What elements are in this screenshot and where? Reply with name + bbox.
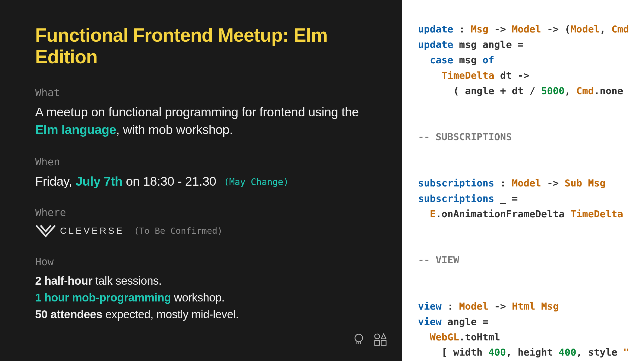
section-label-when: When: [35, 156, 369, 168]
where-note: (To Be Confirmed): [134, 226, 223, 236]
slide-title: Functional Frontend Meetup: Elm Edition: [35, 24, 369, 68]
svg-point-0: [355, 334, 363, 342]
section-label-how: How: [35, 256, 369, 268]
section-label-what: What: [35, 87, 369, 99]
when-text-post: on 18:30 - 21.30: [122, 174, 216, 188]
how-line-1: 2 half-hour talk sessions.: [35, 273, 369, 289]
where-body: CLEVERSE (To Be Confirmed): [35, 223, 369, 238]
when-highlight: July 7th: [75, 174, 122, 188]
svg-rect-2: [375, 340, 380, 345]
svg-point-1: [375, 334, 380, 339]
when-text-pre: Friday,: [35, 174, 75, 188]
when-body: Friday, July 7th on 18:30 - 21.30(May Ch…: [35, 173, 369, 190]
section-label-where: Where: [35, 206, 369, 218]
code-panel: update : Msg -> Model -> (Model, Cmd upd…: [402, 0, 644, 361]
what-body: A meetup on functional programming for f…: [35, 103, 369, 139]
what-text-post: , with mob workshop.: [116, 122, 233, 137]
cleverse-logo-text: CLEVERSE: [60, 225, 124, 236]
shapes-grid-icon[interactable]: [374, 333, 387, 346]
footer-icons: [352, 333, 387, 346]
cleverse-logo: CLEVERSE: [35, 223, 124, 238]
slide-left-panel: Functional Frontend Meetup: Elm Edition …: [0, 0, 402, 361]
how-line-2: 1 hour mob-programming workshop.: [35, 289, 369, 306]
how-line-3: 50 attendees expected, mostly mid-level.: [35, 306, 369, 323]
svg-rect-3: [381, 340, 386, 345]
how-body: 2 half-hour talk sessions. 1 hour mob-pr…: [35, 273, 369, 323]
lightbulb-icon[interactable]: [352, 333, 366, 346]
cleverse-logo-icon: [35, 223, 56, 238]
what-highlight: Elm language: [35, 122, 116, 137]
what-text-pre: A meetup on functional programming for f…: [35, 105, 359, 119]
when-note: (May Change): [224, 176, 289, 187]
